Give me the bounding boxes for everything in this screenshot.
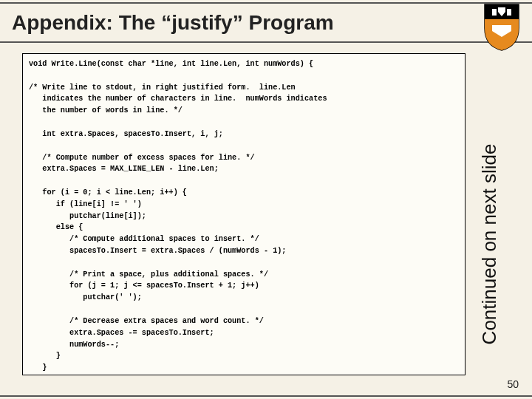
svg-rect-2 (498, 7, 505, 12)
slide-header: Appendix: The “justify” Program (0, 4, 532, 43)
svg-rect-0 (492, 9, 497, 16)
svg-rect-1 (507, 9, 511, 16)
svg-rect-3 (492, 25, 511, 31)
page-number: 50 (507, 378, 519, 390)
slide: Appendix: The “justify” Program void Wri… (0, 0, 532, 399)
princeton-crest-icon (482, 3, 522, 52)
continued-label: Continued on next slide (477, 115, 502, 372)
slide-title: Appendix: The “justify” Program (12, 11, 334, 35)
top-rule (0, 2, 532, 4)
continued-label-text: Continued on next slide (479, 143, 502, 344)
code-listing: void Write.Line(const char *line, int li… (22, 53, 466, 375)
bottom-rule (0, 395, 532, 397)
